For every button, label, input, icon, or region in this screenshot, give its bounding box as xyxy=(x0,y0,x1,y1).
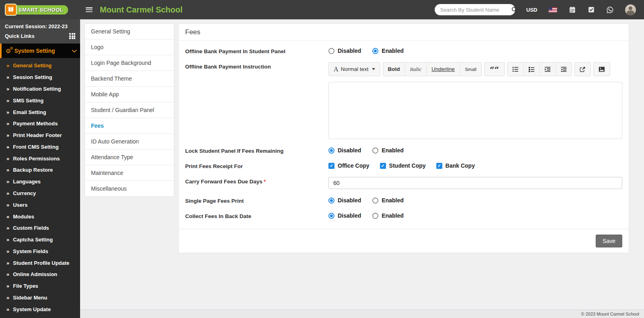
checkbox-checked-icon[interactable] xyxy=(380,163,386,169)
submenu-item-logo[interactable]: Logo xyxy=(85,39,174,55)
bullet-list-button[interactable] xyxy=(524,62,540,76)
sidebar-item-modules[interactable]: Modules xyxy=(0,211,80,222)
submenu-item-mobile-app[interactable]: Mobile App xyxy=(85,87,174,102)
checkbox-office-copy[interactable]: Office Copy xyxy=(328,162,369,169)
radio-enabled[interactable]: Enabled xyxy=(372,147,403,154)
small-text-button[interactable]: Small xyxy=(460,62,481,76)
insert-image-button[interactable] xyxy=(594,62,610,76)
double-arrow-icon xyxy=(6,156,9,162)
sidebar-item-system-fields[interactable]: System Fields xyxy=(0,246,80,258)
sidebar-item-custom-fields[interactable]: Custom Fields xyxy=(0,222,80,234)
sidebar-item-notification-setting[interactable]: Notification Setting xyxy=(0,83,80,95)
sidebar-section-system-setting[interactable]: ⚙ System Setting xyxy=(0,44,80,58)
radio-disabled[interactable]: Disabled xyxy=(328,212,361,219)
user-avatar[interactable] xyxy=(625,4,636,15)
checkbox-label: Bank Copy xyxy=(446,162,475,169)
submenu-item-student-guardian-panel[interactable]: Student / Guardian Panel xyxy=(85,102,174,118)
sidebar-item-languages[interactable]: Languages xyxy=(0,176,80,188)
sidebar-item-system-update[interactable]: System Update xyxy=(0,303,80,315)
submenu-item-login-page-background[interactable]: Login Page Background xyxy=(85,55,174,71)
sidebar-item-payment-methods[interactable]: Payment Methods xyxy=(0,118,80,130)
underline-button[interactable]: Underline xyxy=(427,62,460,76)
italic-button[interactable]: Italic xyxy=(405,62,427,76)
sidebar-item-roles-permissions[interactable]: Roles Permissions xyxy=(0,153,80,164)
sidebar-item-email-setting[interactable]: Email Setting xyxy=(0,106,80,118)
sidebar-item-currency[interactable]: Currency xyxy=(0,188,80,200)
radio-icon[interactable] xyxy=(372,148,378,154)
double-arrow-icon xyxy=(6,295,9,301)
radio-icon[interactable] xyxy=(372,197,378,204)
collect-back-date-radio-group: Disabled Enabled xyxy=(328,212,622,219)
sidebar-item-label: Custom Fields xyxy=(13,225,49,231)
radio-enabled[interactable]: Enabled xyxy=(372,48,403,54)
sidebar-item-file-types[interactable]: File Types xyxy=(0,281,80,292)
radio-icon-checked[interactable] xyxy=(328,148,334,154)
field-label: Offline Bank Payment In Student Panel xyxy=(185,47,328,55)
submenu-item-backend-theme[interactable]: Backend Theme xyxy=(85,71,174,87)
outdent-button[interactable] xyxy=(540,62,556,76)
radio-icon-checked[interactable] xyxy=(372,48,378,54)
share-link-button[interactable] xyxy=(575,62,590,76)
sidebar-item-student-profile-update[interactable]: Student Profile Update xyxy=(0,257,80,269)
sidebar-item-sidebar-menu[interactable]: Sidebar Menu xyxy=(0,292,80,304)
sidebar-item-label: Email Setting xyxy=(13,109,46,116)
us-flag-icon[interactable] xyxy=(549,7,557,12)
sidebar-item-label: Student Profile Update xyxy=(13,260,69,266)
save-button[interactable]: Save xyxy=(596,235,622,247)
indent-button[interactable] xyxy=(556,62,572,76)
sidebar-item-backup-restore[interactable]: Backup Restore xyxy=(0,164,80,176)
quick-links[interactable]: Quick Links xyxy=(5,33,75,39)
checkbox-checked-icon[interactable] xyxy=(436,163,442,169)
sidebar-item-sms-setting[interactable]: SMS Setting xyxy=(0,95,80,106)
radio-disabled[interactable]: Disabled xyxy=(328,197,361,204)
submenu-item-maintenance[interactable]: Maintenance xyxy=(85,165,174,181)
submenu-item-attendance-type[interactable]: Attendance Type xyxy=(85,150,174,165)
checkbox-checked-icon[interactable] xyxy=(328,163,334,169)
search-icon[interactable] xyxy=(511,6,518,14)
whatsapp-icon[interactable] xyxy=(606,6,614,14)
checkbox-student-copy[interactable]: Student Copy xyxy=(380,162,426,169)
radio-icon[interactable] xyxy=(372,213,378,219)
brand-logo[interactable]: SMART SCHOOL xyxy=(0,0,80,19)
checkbox-bank-copy[interactable]: Bank Copy xyxy=(436,162,475,169)
radio-disabled[interactable]: Disabled xyxy=(328,147,361,154)
calendar-icon[interactable] xyxy=(568,6,576,14)
sidebar-item-front-cms-setting[interactable]: Front CMS Setting xyxy=(0,141,80,153)
sidebar-item-online-admission[interactable]: Online Admission xyxy=(0,269,80,281)
sidebar-item-label: System Update xyxy=(13,306,51,313)
search-input[interactable] xyxy=(440,7,511,13)
sidebar-item-general-setting[interactable]: General Setting xyxy=(0,60,80,72)
radio-icon-checked[interactable] xyxy=(328,197,334,204)
sidebar-item-captcha-setting[interactable]: Captcha Setting xyxy=(0,234,80,246)
hamburger-menu-icon[interactable] xyxy=(86,7,93,12)
row-print-fees-receipt: Print Fees Receipt For Office Copy Stude… xyxy=(179,158,629,173)
blockquote-button[interactable]: ““ xyxy=(485,62,504,76)
grid-icon[interactable] xyxy=(69,33,75,39)
text-style-dropdown[interactable]: A Normal text xyxy=(329,62,380,76)
submenu-item-fees[interactable]: Fees xyxy=(85,118,174,134)
radio-enabled[interactable]: Enabled xyxy=(372,212,403,219)
row-offline-bank-payment: Offline Bank Payment In Student Panel Di… xyxy=(179,43,629,58)
bold-button[interactable]: Bold xyxy=(383,62,405,76)
bullet-list-icon xyxy=(528,67,535,72)
sidebar-item-users[interactable]: Users xyxy=(0,199,80,211)
field-label: Print Fees Receipt For xyxy=(185,162,328,170)
sidebar-item-print-header-footer[interactable]: Print Header Footer xyxy=(0,130,80,141)
carry-forward-days-input[interactable] xyxy=(328,177,622,189)
sidebar-item-label: Currency xyxy=(13,190,36,197)
radio-enabled[interactable]: Enabled xyxy=(372,197,403,204)
radio-icon[interactable] xyxy=(328,48,334,54)
submenu-item-miscellaneous[interactable]: Miscellaneous xyxy=(85,181,174,196)
card-title: Fees xyxy=(179,24,629,41)
tasks-icon[interactable] xyxy=(587,6,595,14)
radio-disabled[interactable]: Disabled xyxy=(328,48,361,54)
currency-label[interactable]: USD xyxy=(526,7,537,13)
submenu-item-id-auto-generation[interactable]: ID Auto Generation xyxy=(85,134,174,150)
instruction-editor-textarea[interactable] xyxy=(328,82,622,139)
sidebar-item-label: Roles Permissions xyxy=(13,156,60,162)
submenu-item-general-setting[interactable]: General Setting xyxy=(85,24,174,39)
radio-icon-checked[interactable] xyxy=(328,213,334,219)
sidebar-item-session-setting[interactable]: Session Setting xyxy=(0,72,80,83)
section-label: System Setting xyxy=(14,48,55,54)
ordered-list-button[interactable] xyxy=(508,62,524,76)
